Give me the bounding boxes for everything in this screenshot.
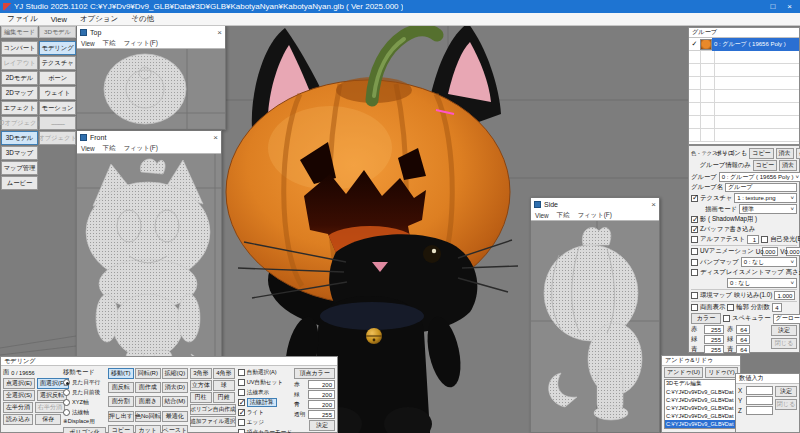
- select-all-button[interactable]: 全選択(S): [3, 390, 35, 401]
- vc-green-input[interactable]: 200: [308, 390, 335, 399]
- vertex-color-ok-button[interactable]: 決定: [309, 420, 335, 431]
- displacement-checkbox[interactable]: [691, 269, 698, 276]
- mode-3d-object[interactable]: 3Dオブジェクト: [1, 116, 38, 130]
- move-parallel-radio[interactable]: [63, 379, 70, 386]
- merge-button[interactable]: 結合(M): [162, 396, 188, 407]
- mode-texture[interactable]: テクスチャ: [39, 56, 76, 70]
- divide-input[interactable]: 4: [772, 303, 782, 312]
- mode-3d-model[interactable]: 3Dモデル: [1, 131, 38, 145]
- mode-effect[interactable]: エフェクト: [1, 101, 38, 115]
- alphatest-input[interactable]: 1: [747, 235, 759, 244]
- mode-3d-map[interactable]: 3Dマップ: [1, 146, 38, 160]
- side-menu-fit[interactable]: フィット(F): [578, 211, 612, 220]
- group-visible-check[interactable]: ✓: [689, 40, 700, 48]
- spec-red-input[interactable]: 64: [736, 325, 750, 334]
- shadow-checkbox[interactable]: [691, 216, 698, 223]
- mode-layout[interactable]: レイアウト: [1, 56, 38, 70]
- history-item[interactable]: 3Dモデル編集: [665, 380, 737, 388]
- material-close-button[interactable]: 閉じる: [771, 338, 797, 349]
- polygonize-button[interactable]: ポリゴン化: [63, 427, 106, 433]
- front-menu-view[interactable]: View: [81, 145, 95, 152]
- mode-movie[interactable]: ムービー: [1, 176, 38, 190]
- outline-checkbox[interactable]: [727, 304, 734, 311]
- history-item[interactable]: C:¥YJ¥Dv9¥Dv9_GLB¥Dat: [665, 412, 737, 420]
- front-close-icon[interactable]: ×: [213, 133, 218, 142]
- normal-calc-checkbox[interactable]: [238, 399, 245, 406]
- front-menu-underlay[interactable]: 下絵: [103, 144, 116, 153]
- sphere-button[interactable]: 球: [213, 380, 235, 391]
- specular-dropdown[interactable]: グーロー˅: [773, 314, 800, 324]
- top-menu-fit[interactable]: フィット(F): [124, 39, 158, 48]
- uv-autoset-checkbox[interactable]: [238, 379, 245, 386]
- menu-other[interactable]: その他: [131, 14, 154, 24]
- numeric-ok-button[interactable]: 決定: [775, 386, 797, 397]
- red-input[interactable]: 255: [704, 325, 724, 334]
- front-menu-fit[interactable]: フィット(F): [124, 144, 158, 153]
- color-button[interactable]: カラー: [691, 313, 721, 324]
- vc-red-input[interactable]: 200: [308, 380, 335, 389]
- numeric-close-button[interactable]: 閉じる: [775, 399, 797, 410]
- history-item-selected[interactable]: C:¥YJ¥Dv9¥Dv9_GLB¥Dat: [665, 420, 737, 428]
- x-input[interactable]: [746, 386, 773, 395]
- mode-convert[interactable]: コンバート: [1, 41, 38, 55]
- side-close-icon[interactable]: ×: [651, 200, 656, 209]
- split-face-button[interactable]: 面分割: [108, 396, 134, 407]
- drawmode-dropdown[interactable]: 標準˅: [739, 204, 797, 214]
- normal-calc-button[interactable]: 法線計算: [247, 398, 277, 407]
- texture-dropdown[interactable]: 1 : texture.png˅: [734, 193, 797, 203]
- maximize-button[interactable]: □: [770, 2, 775, 11]
- mode-motion[interactable]: モーション: [39, 101, 76, 115]
- copy-button[interactable]: コピー: [108, 425, 134, 433]
- cone-button[interactable]: 円錐: [213, 392, 235, 403]
- history-item[interactable]: C:¥YJ¥Dv9¥Dv9_GLB¥Dat: [665, 404, 737, 412]
- vertex-color-button[interactable]: 頂点カラー: [294, 368, 335, 379]
- green-input[interactable]: 255: [704, 335, 724, 344]
- texture-checkbox[interactable]: [691, 195, 698, 202]
- load-button[interactable]: 読み込み: [3, 414, 33, 425]
- blue-input[interactable]: 255: [704, 345, 724, 354]
- mode-weight[interactable]: ウェイト: [39, 86, 76, 100]
- cut-button[interactable]: カット: [135, 425, 161, 433]
- twoside-checkbox[interactable]: [691, 304, 698, 311]
- mode-2d-model[interactable]: 2Dモデル: [1, 71, 38, 85]
- cube-button[interactable]: 立方体: [190, 380, 212, 391]
- top-close-icon[interactable]: ×: [217, 28, 222, 37]
- move-xyz-radio[interactable]: [63, 399, 70, 406]
- flip-face-button[interactable]: 面反転: [108, 382, 134, 393]
- create-face-button[interactable]: 面作成: [135, 382, 161, 393]
- group-info-copy-button[interactable]: コピー: [753, 160, 777, 171]
- undo-button[interactable]: アンドゥ(U): [664, 367, 703, 378]
- group-select-dropdown[interactable]: 0 : グループ ( 19656 Poly )˅: [719, 172, 800, 182]
- bloom-checkbox[interactable]: [761, 236, 768, 243]
- redo-button[interactable]: リドゥ(Y): [705, 367, 738, 378]
- envmap-checkbox[interactable]: [691, 292, 698, 299]
- color-no-rotate-button[interactable]: 色No回転: [135, 411, 161, 422]
- move-button[interactable]: 移動(T): [108, 368, 134, 379]
- light-checkbox[interactable]: [238, 409, 245, 416]
- alphatest-checkbox[interactable]: [691, 236, 698, 243]
- z-input[interactable]: [746, 406, 773, 415]
- polish-face-button[interactable]: 面磨き: [135, 396, 161, 407]
- top-viewport-canvas[interactable]: [77, 49, 225, 129]
- menu-file[interactable]: ファイル: [7, 14, 38, 24]
- move-normal-radio[interactable]: [63, 409, 70, 416]
- point-select-button[interactable]: 点選択(E): [3, 378, 35, 389]
- mode-2d-map[interactable]: 2Dマップ: [1, 86, 38, 100]
- group-info-clear-button[interactable]: 消去: [779, 160, 797, 171]
- vc-alpha-input[interactable]: 255: [308, 410, 335, 419]
- free-polygon-button[interactable]: ポリゴン自由作成: [190, 404, 236, 415]
- add-file-button[interactable]: 追加ファイル選択: [190, 416, 236, 427]
- zbuffer-checkbox[interactable]: [691, 226, 698, 233]
- rotate-button[interactable]: 回転(R): [135, 368, 161, 379]
- move-depth-radio[interactable]: [63, 389, 70, 396]
- bump-checkbox[interactable]: [691, 259, 698, 266]
- triangle-button[interactable]: 3角形: [190, 368, 212, 379]
- material-ok-button[interactable]: 決定: [771, 325, 797, 336]
- group-row[interactable]: ✓ 0 : グループ ( 19656 Poly ): [689, 38, 799, 51]
- cylinder-button[interactable]: 円柱: [190, 392, 212, 403]
- mode-modeling[interactable]: モデリング: [39, 41, 76, 55]
- delete-button[interactable]: 消去(D): [162, 382, 188, 393]
- y-input[interactable]: [746, 396, 773, 405]
- side-menu-view[interactable]: View: [535, 212, 549, 219]
- vertex-color-mode-checkbox[interactable]: [238, 429, 245, 433]
